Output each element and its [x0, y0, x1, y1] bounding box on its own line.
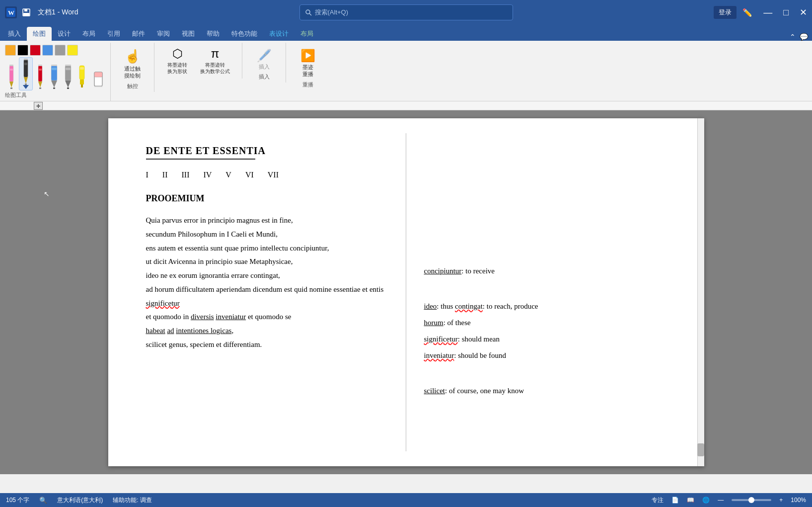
- touch-group: ☝️ 通过触摸绘制 触控: [111, 43, 154, 92]
- insert-group-label: 插入: [259, 73, 270, 81]
- insert-button[interactable]: 🖊️ 插入: [250, 47, 278, 72]
- svg-rect-34: [80, 67, 84, 70]
- svg-line-6: [309, 13, 311, 15]
- tab-table-design[interactable]: 表设计: [263, 27, 295, 41]
- svg-rect-26: [53, 87, 55, 89]
- pen-red[interactable]: [34, 64, 47, 90]
- svg-rect-21: [39, 87, 41, 89]
- edit-icon[interactable]: ✏️: [742, 8, 752, 17]
- document-title: 文档1 - Word: [38, 8, 78, 17]
- eraser-tool[interactable]: [91, 64, 105, 90]
- roman-numerals-row: I II III IV V VI VII: [146, 170, 388, 179]
- save-button[interactable]: [21, 7, 32, 18]
- numeral-2: II: [162, 170, 168, 179]
- color-swatch-red[interactable]: [30, 45, 41, 56]
- tab-insert[interactable]: 插入: [2, 27, 27, 41]
- ink-replay-button[interactable]: ▶️ 墨迹重播: [294, 47, 321, 80]
- convert-shape-button[interactable]: ⬡ 将墨迹转换为形状: [162, 45, 192, 77]
- tab-draw[interactable]: 绘图: [27, 27, 52, 41]
- translation-text: concipiuntur: to receive ideo: thus cont…: [424, 145, 666, 398]
- tab-design[interactable]: 设计: [52, 27, 76, 41]
- tab-layout[interactable]: 布局: [76, 27, 101, 41]
- para-8: habeat ad intentiones logicas,: [146, 324, 388, 338]
- svg-rect-3: [24, 9, 27, 11]
- tab-special[interactable]: 特色功能: [225, 27, 263, 41]
- para-2: secundum Philosophum in I Caeli et Mundi…: [146, 228, 388, 242]
- minimize-button[interactable]: —: [763, 7, 772, 18]
- svg-rect-27: [51, 65, 57, 66]
- tab-mailings[interactable]: 邮件: [126, 27, 151, 41]
- tab-table-layout[interactable]: 布局: [295, 27, 319, 41]
- zoom-bar[interactable]: [732, 499, 771, 501]
- cursor-indicator: ↖: [44, 190, 50, 198]
- numeral-1: I: [146, 170, 148, 179]
- document-page: DE ENTE ET ESSENTIA I II III IV V VI VII…: [108, 118, 704, 466]
- focus-button[interactable]: 专注: [652, 496, 664, 505]
- zoom-out-icon[interactable]: —: [718, 497, 724, 504]
- svg-rect-22: [38, 65, 42, 66]
- drawing-tools-group: 绘图工具: [0, 43, 111, 101]
- color-swatch-black[interactable]: [17, 45, 28, 56]
- touch-icon: ☝️: [125, 49, 141, 64]
- tab-view[interactable]: 视图: [176, 27, 201, 41]
- pen-blue[interactable]: [48, 64, 61, 90]
- language-label[interactable]: 意大利语(意大利): [57, 496, 103, 505]
- color-swatch-gray[interactable]: [55, 45, 66, 56]
- ribbon-collapse-icon[interactable]: ⌃: [790, 33, 796, 41]
- para-7: et quomodo in diversis inveniatur et quo…: [146, 310, 388, 324]
- zoom-in-icon[interactable]: +: [779, 497, 783, 504]
- tab-references[interactable]: 引用: [101, 27, 126, 41]
- maximize-button[interactable]: □: [783, 7, 789, 18]
- reading-view-icon[interactable]: 📖: [687, 497, 694, 504]
- touch-draw-label: 通过触摸绘制: [124, 65, 141, 80]
- para-4: ut dicit Avicenna in principio suae Meta…: [146, 255, 388, 269]
- trans-word-horum: horum: [424, 319, 443, 327]
- accessibility-icon: 🔍: [39, 497, 47, 504]
- pen-pink[interactable]: [5, 64, 18, 90]
- accessibility-label[interactable]: 辅助功能: 调查: [113, 496, 152, 505]
- page-view-icon[interactable]: 📄: [671, 497, 679, 504]
- trans-sep-1: : to receive: [461, 267, 495, 275]
- trans-word-ideo: ideo: [424, 302, 437, 310]
- pen-black-active[interactable]: [19, 57, 33, 90]
- touch-draw-button[interactable]: ☝️ 通过触摸绘制: [119, 47, 146, 82]
- scrollbar-thumb[interactable]: [697, 443, 704, 456]
- ink-replay-label: 墨迹重播: [302, 64, 313, 78]
- numeral-6: VI: [245, 170, 254, 179]
- svg-marker-25: [51, 81, 57, 87]
- svg-marker-9: [9, 82, 13, 87]
- web-view-icon[interactable]: 🌐: [702, 497, 710, 504]
- svg-rect-16: [24, 59, 28, 60]
- svg-rect-10: [10, 87, 12, 89]
- login-button[interactable]: 登录: [714, 6, 737, 19]
- ribbon-comment-icon[interactable]: 💬: [800, 33, 808, 41]
- pen-gray[interactable]: [62, 64, 74, 90]
- search-bar[interactable]: 搜索(Alt+Q): [299, 4, 513, 20]
- drawing-tools-label: 绘图工具: [5, 91, 27, 99]
- color-swatch-orange[interactable]: [5, 45, 16, 56]
- convert-math-button[interactable]: π 将墨迹转换为数学公式: [196, 45, 234, 77]
- vertical-scrollbar[interactable]: [697, 118, 704, 466]
- replay-icon: ▶️: [300, 49, 315, 63]
- tab-review[interactable]: 审阅: [151, 27, 176, 41]
- trans-2: ideo: thus contingat: to reach, produce: [424, 300, 666, 313]
- para-1: Quia parvus error in principio magnus es…: [146, 214, 388, 228]
- trans-1: concipiuntur: to receive: [424, 264, 666, 278]
- tab-help[interactable]: 帮助: [201, 27, 225, 41]
- numeral-4: IV: [203, 170, 212, 179]
- left-column: DE ENTE ET ESSENTIA I II III IV V VI VII…: [128, 133, 406, 451]
- numeral-7: VII: [268, 170, 279, 179]
- pen-yellow-highlighter[interactable]: [75, 64, 88, 90]
- color-swatch-blue[interactable]: [42, 45, 53, 56]
- word-count: 105 个字: [6, 496, 29, 505]
- color-swatch-yellow[interactable]: [67, 45, 78, 56]
- svg-marker-17: [23, 85, 29, 89]
- close-button[interactable]: ✕: [800, 7, 807, 18]
- svg-rect-31: [67, 87, 69, 89]
- replay-group: ▶️ 墨迹重播 重播: [286, 43, 329, 90]
- convert-group: ⬡ 将墨迹转换为形状 π 将墨迹转换为数学公式 转换: [154, 43, 242, 79]
- trans-word-scilicet: scilicet: [424, 387, 445, 395]
- ruler: ✛: [0, 101, 812, 110]
- insert-group: 🖊️ 插入 插入: [242, 43, 286, 83]
- page-move-handle[interactable]: ✛: [34, 102, 43, 110]
